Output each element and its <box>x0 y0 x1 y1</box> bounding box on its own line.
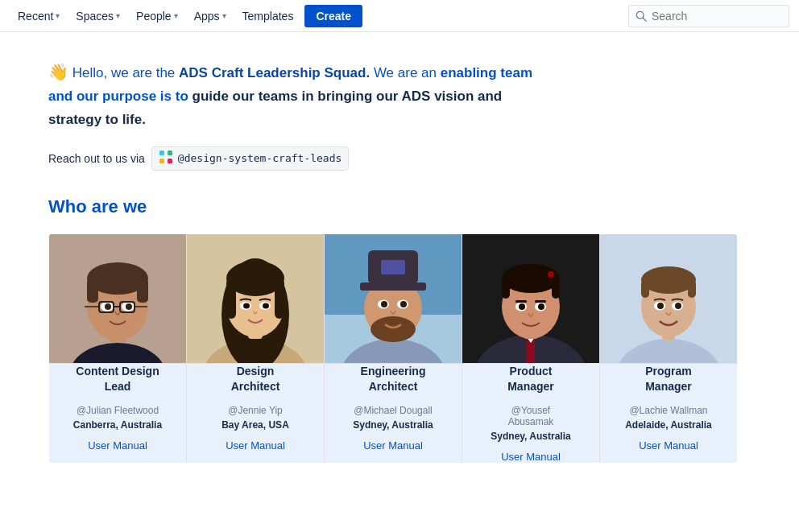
photo-2 <box>187 234 324 363</box>
svg-point-74 <box>675 303 681 309</box>
role-1: Content DesignLead <box>49 364 186 395</box>
svg-rect-69 <box>641 280 649 298</box>
squad-name: ADS Craft Leadership Squad. <box>179 65 370 80</box>
svg-point-43 <box>381 301 387 307</box>
nav-spaces[interactable]: Spaces ▾ <box>68 0 128 31</box>
slack-handle: @design-system-craft-leads <box>178 152 342 164</box>
svg-rect-5 <box>168 159 172 163</box>
spaces-label: Spaces <box>76 10 114 23</box>
location-2: Bay Area, USA <box>187 419 324 431</box>
photo-cell-5 <box>600 233 738 363</box>
info-row: Content DesignLead @Julian Fleetwood Can… <box>49 363 738 463</box>
svg-rect-29 <box>275 278 284 319</box>
svg-point-32 <box>243 303 250 308</box>
handle-5: @Lachie Wallman <box>600 405 737 416</box>
info-cell-4: ProductManager @YousefAbusamak Sydney, A… <box>462 363 600 463</box>
info-cell-3: EngineeringArchitect @Michael Dougall Sy… <box>325 363 462 463</box>
svg-rect-2 <box>159 151 164 155</box>
templates-label: Templates <box>242 10 294 23</box>
svg-rect-56 <box>552 278 560 299</box>
who-are-we-title: Who are we <box>48 196 725 217</box>
photo-cell-4 <box>462 233 600 363</box>
svg-point-33 <box>263 303 269 308</box>
intro-paragraph: 👋 Hello, we are the ADS Craft Leadership… <box>48 58 725 132</box>
photo-cell-1 <box>49 233 187 363</box>
svg-point-40 <box>371 316 416 342</box>
svg-rect-47 <box>381 260 405 274</box>
location-1: Canberra, Australia <box>49 419 186 431</box>
svg-point-54 <box>502 264 560 293</box>
person3-svg <box>325 234 462 363</box>
wave-emoji: 👋 <box>48 63 68 80</box>
info-cell-2: DesignArchitect @Jennie Yip Bay Area, US… <box>187 363 325 463</box>
search-icon <box>635 10 647 22</box>
role-2: DesignArchitect <box>187 364 324 395</box>
svg-rect-55 <box>502 278 510 299</box>
info-cell-1: Content DesignLead @Julian Fleetwood Can… <box>49 363 187 463</box>
photos-row <box>49 233 738 363</box>
svg-rect-4 <box>159 159 164 163</box>
svg-point-60 <box>538 303 544 310</box>
search-box <box>628 5 789 27</box>
svg-point-15 <box>105 303 111 310</box>
people-label: People <box>136 10 172 23</box>
info-cell-5: ProgramManager @Lachie Wallman Adelaide,… <box>600 363 738 463</box>
handle-1: @Julian Fleetwood <box>49 405 186 416</box>
apps-chevron-icon: ▾ <box>222 11 226 20</box>
svg-line-1 <box>643 18 646 21</box>
slack-icon <box>159 150 173 167</box>
svg-rect-12 <box>137 278 148 303</box>
location-4: Sydney, Australia <box>462 431 599 442</box>
page-content: 👋 Hello, we are the ADS Craft Leadership… <box>0 32 773 489</box>
handle-3: @Michael Dougall <box>325 405 462 416</box>
svg-point-63 <box>548 271 554 278</box>
photo-cell-3 <box>325 233 462 363</box>
user-manual-link-4[interactable]: User Manual <box>501 451 561 463</box>
svg-point-68 <box>641 266 696 294</box>
svg-rect-62 <box>535 300 546 303</box>
person5-svg <box>600 234 737 363</box>
team-table: Content DesignLead @Julian Fleetwood Can… <box>48 233 738 464</box>
role-3: EngineeringArchitect <box>325 364 462 395</box>
svg-rect-11 <box>87 278 98 303</box>
nav-apps[interactable]: Apps ▾ <box>186 0 234 31</box>
user-manual-link-1[interactable]: User Manual <box>88 439 147 452</box>
user-manual-link-5[interactable]: User Manual <box>639 439 698 452</box>
handle-2: @Jennie Yip <box>187 405 324 416</box>
nav-templates[interactable]: Templates <box>234 0 302 31</box>
photo-3 <box>325 234 462 363</box>
create-button[interactable]: Create <box>304 5 362 27</box>
photo-1 <box>49 234 186 363</box>
user-manual-link-3[interactable]: User Manual <box>363 439 423 452</box>
intro-mid: We are an <box>374 65 441 80</box>
person4-svg <box>462 234 599 363</box>
svg-rect-3 <box>168 151 172 155</box>
reach-out-label: Reach out to us via <box>48 152 145 165</box>
intro-hello: Hello, we are the <box>72 65 179 80</box>
photo-5 <box>600 234 737 363</box>
reach-out-section: Reach out to us via @design-system-craft… <box>48 146 725 171</box>
recent-chevron-icon: ▾ <box>56 11 60 20</box>
user-manual-link-2[interactable]: User Manual <box>226 439 285 452</box>
role-4: ProductManager <box>462 364 599 395</box>
photo-cell-2 <box>187 233 325 363</box>
nav-recent[interactable]: Recent ▾ <box>10 0 68 31</box>
photo-4 <box>462 234 599 363</box>
svg-rect-61 <box>515 300 527 303</box>
nav-people[interactable]: People ▾ <box>128 0 186 31</box>
recent-label: Recent <box>18 10 53 23</box>
search-input[interactable] <box>652 10 782 23</box>
top-navigation: Recent ▾ Spaces ▾ People ▾ Apps ▾ Templa… <box>0 0 799 32</box>
slack-badge[interactable]: @design-system-craft-leads <box>151 146 350 171</box>
person1-svg <box>49 234 186 363</box>
svg-rect-28 <box>226 278 236 319</box>
handle-4: @YousefAbusamak <box>462 405 599 427</box>
svg-point-16 <box>126 303 132 310</box>
role-5: ProgramManager <box>600 364 737 395</box>
people-chevron-icon: ▾ <box>174 11 178 20</box>
person2-svg <box>187 234 324 363</box>
location-3: Sydney, Australia <box>325 419 462 431</box>
location-5: Adelaide, Australia <box>600 419 737 431</box>
apps-label: Apps <box>194 10 220 23</box>
svg-point-73 <box>657 303 664 309</box>
